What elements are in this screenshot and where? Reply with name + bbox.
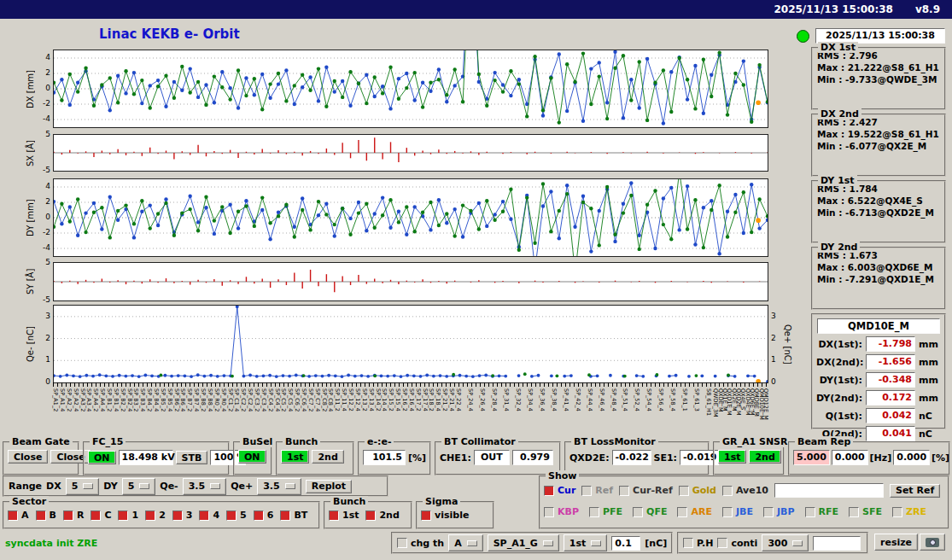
gr-snsr-1st-button[interactable]: 1st	[718, 450, 746, 464]
y-tick-label: 0	[45, 377, 50, 386]
group-label: Beam Rep	[795, 436, 853, 447]
sector-checkbox-1[interactable]: 1	[118, 510, 138, 521]
group-label: BT LossMonitor	[571, 436, 658, 447]
snapshot-button[interactable]	[920, 534, 945, 551]
bunch-checkbox-1st[interactable]: 1st	[329, 510, 359, 521]
gr-snsr-2nd-button[interactable]: 2nd	[749, 450, 780, 464]
group-label: e-:e-	[365, 436, 394, 447]
ref-file-entry[interactable]	[774, 483, 884, 498]
selected-bpm-panel: QMD10E_M DX(1st): -1.798 mm DX(2nd): -1.…	[811, 313, 946, 429]
bpm-row-value: 0.041	[866, 426, 915, 441]
bpm-value-row: DX(1st): -1.798 mm	[816, 336, 941, 352]
bt-collimator-group: BT Collimator CHE1: OUT 0.979	[435, 441, 561, 475]
stat-max: Max : 6.522@QX4E_S	[817, 195, 944, 206]
fc15-on-button[interactable]: ON	[88, 451, 116, 464]
beam-rep-group: Beam Rep 5.000 0.000 [Hz] 0.000 [%]	[788, 441, 950, 475]
status-message: syncdata init ZRE	[5, 538, 97, 549]
checkbox-label: B	[50, 510, 56, 521]
range-dy-select[interactable]: 5	[122, 478, 156, 495]
overlay-checkbox-rfe[interactable]: RFE	[805, 506, 839, 517]
fc15-stb-button[interactable]: STB	[176, 451, 208, 464]
y-tick-label: -5	[43, 295, 50, 304]
ph-checkbox[interactable]: P.H	[683, 538, 713, 549]
sector-checkbox-bt[interactable]: BT	[280, 510, 307, 521]
group-label: Sigma	[423, 496, 460, 507]
y-tick-label: 4	[45, 182, 50, 190]
chg-th-checkbox[interactable]: chg th	[397, 538, 444, 549]
checkbox-indicator	[118, 510, 128, 521]
sector-checkbox-5[interactable]: 5	[226, 510, 247, 521]
checkbox-indicator	[805, 507, 815, 517]
y-tick-label: 2	[45, 197, 50, 206]
busel-group: BuSel ON	[233, 441, 272, 475]
conti-checkbox[interactable]: conti	[717, 538, 757, 549]
checkbox-label: 5	[240, 510, 247, 521]
set-ref-button[interactable]: Set Ref	[890, 484, 940, 498]
x-axis-labels: SP_A1_2SP_A1_4SP_A2_2SP_A2_4SP_A3_2SP_A3…	[53, 388, 767, 435]
replot-button[interactable]: Replot	[306, 480, 352, 493]
range-qep-select[interactable]: 3.5	[257, 478, 301, 495]
bunch-1st-button[interactable]: 1st	[281, 450, 309, 464]
group-label: Beam Gate	[9, 436, 73, 447]
gr-snsr-group: GR_A1 SNSR 1st 2nd	[713, 441, 785, 475]
qxd2e-label: QXD2E:	[569, 452, 610, 464]
group-label: Show	[546, 470, 579, 481]
sector-checkbox-3[interactable]: 3	[172, 510, 193, 521]
resize-button[interactable]: resize	[874, 534, 918, 551]
overlay-checkbox-qfe[interactable]: QFE	[633, 506, 667, 517]
checkbox-label: RFE	[819, 506, 839, 517]
threshold-entry[interactable]	[611, 536, 640, 551]
checkbox-indicator	[145, 510, 155, 521]
busel-on-button[interactable]: ON	[238, 450, 266, 464]
overlay-checkbox-zre[interactable]: ZRE	[892, 506, 926, 517]
checkbox-label: ARE	[691, 506, 712, 517]
sigma-checkbox-visible[interactable]: visible	[421, 510, 469, 521]
overlay-checkbox-kbp[interactable]: KBP	[544, 506, 579, 517]
overlay-checkbox-jbe[interactable]: JBE	[722, 506, 753, 517]
overlay-checkbox-pfe[interactable]: PFE	[589, 506, 622, 517]
bpm-row-label: DX(2nd):	[816, 357, 862, 368]
beam-rep-actual: 0.000	[832, 450, 868, 465]
bunch-2nd-button[interactable]: 2nd	[312, 450, 343, 464]
y-tick-label: -4	[43, 243, 50, 252]
sector-checkbox-c[interactable]: C	[91, 510, 111, 521]
sector-checkbox-2[interactable]: 2	[145, 510, 166, 521]
show-checkbox-ref[interactable]: Ref	[581, 485, 613, 496]
show-checkbox-cur-ref[interactable]: Cur-Ref	[619, 485, 673, 496]
range-dx-select[interactable]: 5	[66, 478, 100, 495]
checkbox-indicator	[679, 486, 689, 496]
show-checkbox-ave10[interactable]: Ave10	[722, 485, 768, 496]
sector-checkbox-r[interactable]: R	[63, 510, 84, 521]
status-led-icon	[797, 30, 809, 43]
overlay-checkbox-jbp[interactable]: JBP	[763, 506, 795, 517]
sector-checkbox-4[interactable]: 4	[199, 510, 219, 521]
bunch-select[interactable]: 1st	[564, 534, 607, 551]
bpm-select[interactable]: SP_A1_G	[488, 534, 559, 551]
overlay-checkbox-are[interactable]: ARE	[677, 506, 712, 517]
checkbox-indicator	[544, 486, 554, 496]
y-tick-label: 0	[45, 213, 50, 221]
range-label: Range	[9, 481, 42, 492]
overlay-checkbox-sfe[interactable]: SFE	[849, 506, 882, 517]
count-entry[interactable]	[813, 536, 861, 551]
beam-gate-close-button-1[interactable]: Close	[8, 450, 48, 464]
sector-checkbox-b[interactable]: B	[36, 510, 56, 521]
count-select[interactable]: 300	[762, 534, 809, 551]
y-axis-label: DX [mm]	[26, 50, 35, 127]
sector-select[interactable]: A	[448, 534, 483, 551]
sector-checkbox-6[interactable]: 6	[254, 510, 274, 521]
y-tick-label: 3	[771, 312, 776, 320]
checkbox-indicator	[722, 507, 733, 517]
stats-group-title: DY 2nd	[818, 242, 860, 253]
show-checkbox-cur[interactable]: Cur	[544, 485, 575, 496]
range-qem-select[interactable]: 3.5	[183, 478, 227, 495]
checkbox-indicator	[717, 538, 727, 548]
show-checkbox-gold[interactable]: Gold	[679, 485, 716, 496]
checkbox-indicator	[544, 507, 554, 517]
sector-checkbox-a[interactable]: A	[8, 510, 29, 521]
checkbox-label: 1	[131, 510, 138, 521]
bunch-checkbox-2nd[interactable]: 2nd	[365, 510, 399, 521]
checkbox-indicator	[91, 510, 101, 521]
stat-min: Min : -7.291@QXD1E_M	[817, 274, 944, 284]
checkbox-indicator	[619, 486, 629, 496]
